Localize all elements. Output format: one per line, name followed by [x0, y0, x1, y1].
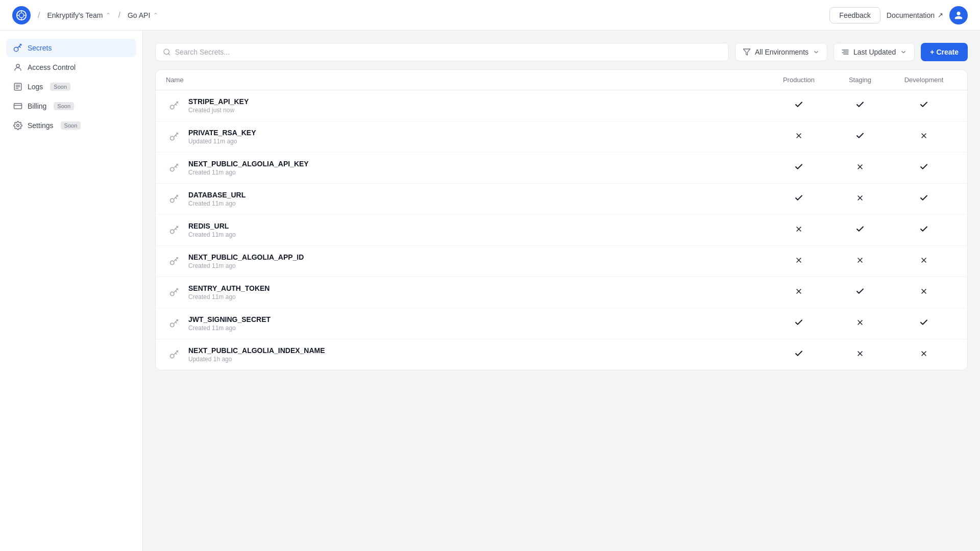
secret-name: DATABASE_URL [188, 191, 246, 199]
table-row[interactable]: REDIS_URL Created 11m ago [156, 215, 967, 246]
table-header: Name Production Staging Development [156, 70, 967, 90]
staging-status [829, 287, 891, 298]
billing-icon [13, 102, 22, 111]
development-status [891, 224, 957, 236]
secret-info: STRIPE_API_KEY Created just now [166, 97, 768, 114]
development-status [891, 318, 957, 329]
documentation-button[interactable]: Documentation ↗ [887, 11, 943, 19]
secret-key-icon [166, 160, 182, 176]
breadcrumb-team[interactable]: Enkryptify's Team ⌃ [47, 11, 111, 19]
svg-line-16 [168, 54, 170, 55]
svg-point-28 [170, 167, 175, 171]
secret-time: Created 11m ago [188, 200, 246, 207]
production-status [768, 287, 829, 297]
production-status [768, 100, 829, 111]
development-status [891, 132, 957, 142]
svg-point-44 [170, 292, 175, 296]
sidebar-item-settings[interactable]: Settings Soon [6, 116, 136, 135]
table-row[interactable]: JWT_SIGNING_SECRET Created 11m ago [156, 308, 967, 339]
secret-time: Created just now [188, 107, 249, 114]
search-input[interactable] [175, 48, 721, 56]
production-status [768, 225, 829, 235]
secret-key-icon [166, 222, 182, 238]
svg-point-7 [16, 64, 19, 67]
table-row[interactable]: SENTRY_AUTH_TOKEN Created 11m ago [156, 277, 967, 308]
staging-status [829, 256, 891, 266]
header-right: Feedback Documentation ↗ [829, 6, 968, 24]
secret-name: JWT_SIGNING_SECRET [188, 315, 271, 323]
svg-rect-12 [14, 104, 22, 109]
sidebar-label-billing: Billing [28, 102, 46, 110]
svg-point-23 [170, 136, 175, 140]
staging-status [829, 318, 891, 329]
header: / Enkryptify's Team ⌃ / Go API ⌃ Feedbac… [0, 0, 980, 31]
sidebar-label-access-control: Access Control [28, 63, 76, 71]
col-development: Development [891, 76, 957, 84]
secret-info: NEXT_PUBLIC_ALGOLIA_API_KEY Created 11m … [166, 160, 768, 176]
sort-filter-button[interactable]: Last Updated [834, 43, 915, 61]
secret-key-icon [166, 191, 182, 207]
staging-status [829, 224, 891, 236]
secret-key-icon [166, 315, 182, 332]
environment-filter-button[interactable]: All Environments [735, 43, 827, 61]
access-control-icon [13, 63, 22, 72]
search-box[interactable] [155, 43, 729, 61]
sidebar-label-logs: Logs [28, 83, 43, 91]
sidebar-item-billing[interactable]: Billing Soon [6, 97, 136, 115]
secret-key-icon [166, 284, 182, 300]
table-row[interactable]: NEXT_PUBLIC_ALGOLIA_API_KEY Created 11m … [156, 153, 967, 184]
secret-info: JWT_SIGNING_SECRET Created 11m ago [166, 315, 768, 332]
development-status [891, 193, 957, 205]
svg-point-1 [19, 13, 23, 17]
filter-icon [743, 48, 751, 56]
secret-key-icon [166, 97, 182, 114]
secret-info: REDIS_URL Created 11m ago [166, 222, 768, 238]
chevron-team-icon: ⌃ [106, 12, 111, 19]
sidebar-item-logs[interactable]: Logs Soon [6, 78, 136, 96]
svg-point-34 [170, 230, 175, 234]
table-row[interactable]: NEXT_PUBLIC_ALGOLIA_APP_ID Created 11m a… [156, 246, 967, 277]
secret-time: Created 11m ago [188, 169, 309, 176]
staging-status [829, 194, 891, 204]
main-content: All Environments Last Updated + Create N… [143, 31, 980, 551]
sidebar-item-access-control[interactable]: Access Control [6, 58, 136, 77]
col-production: Production [768, 76, 829, 84]
development-status [891, 100, 957, 111]
development-status [891, 162, 957, 173]
secret-name: SENTRY_AUTH_TOKEN [188, 284, 270, 292]
secret-name: STRIPE_API_KEY [188, 97, 249, 106]
feedback-button[interactable]: Feedback [829, 7, 880, 23]
sidebar-item-secrets[interactable]: Secrets [6, 39, 136, 57]
secret-time: Updated 11m ago [188, 138, 256, 145]
breadcrumb-project[interactable]: Go API ⌃ [128, 11, 158, 19]
svg-point-14 [17, 124, 19, 127]
staging-status [829, 131, 891, 142]
create-button[interactable]: + Create [921, 43, 968, 61]
chevron-down-env-icon [813, 48, 820, 56]
svg-point-37 [170, 261, 175, 265]
production-status [768, 256, 829, 266]
staging-status [829, 349, 891, 360]
table-body: STRIPE_API_KEY Created just now PRIVATE_… [156, 90, 967, 370]
secret-info: NEXT_PUBLIC_ALGOLIA_APP_ID Created 11m a… [166, 253, 768, 269]
avatar[interactable] [949, 6, 968, 24]
secret-info: SENTRY_AUTH_TOKEN Created 11m ago [166, 284, 768, 300]
table-row[interactable]: STRIPE_API_KEY Created just now [156, 90, 967, 121]
secret-key-icon [166, 346, 182, 363]
layout: Secrets Access Control Logs Soon [0, 31, 980, 551]
secret-name: NEXT_PUBLIC_ALGOLIA_APP_ID [188, 253, 304, 261]
secret-key-icon [166, 253, 182, 269]
secret-time: Created 11m ago [188, 262, 304, 269]
sidebar-label-secrets: Secrets [28, 44, 52, 52]
toolbar: All Environments Last Updated + Create [155, 43, 968, 61]
table-row[interactable]: PRIVATE_RSA_KEY Updated 11m ago [156, 121, 967, 153]
logo[interactable] [12, 6, 31, 24]
secret-key-icon [166, 129, 182, 145]
staging-status [829, 100, 891, 111]
table-row[interactable]: NEXT_PUBLIC_ALGOLIA_INDEX_NAME Updated 1… [156, 339, 967, 370]
svg-point-31 [170, 198, 175, 203]
settings-soon-badge: Soon [61, 121, 81, 130]
development-status [891, 287, 957, 297]
secret-name: PRIVATE_RSA_KEY [188, 129, 256, 137]
table-row[interactable]: DATABASE_URL Created 11m ago [156, 184, 967, 215]
